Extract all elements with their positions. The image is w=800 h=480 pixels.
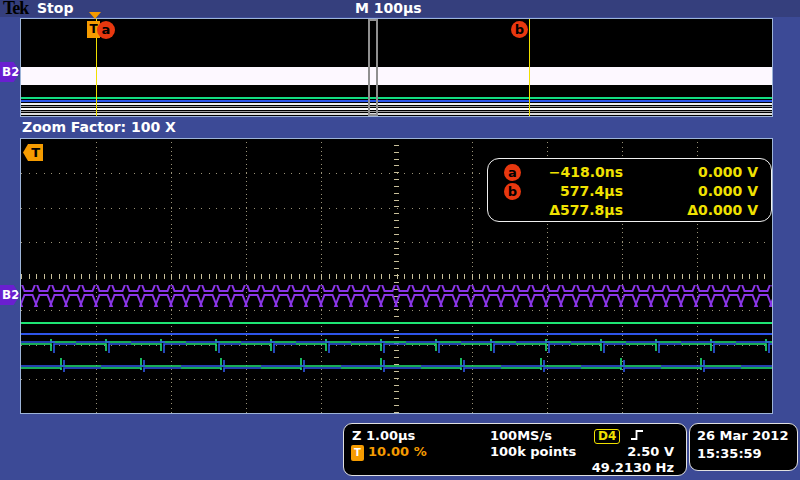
cursor-b-row: b 577.4µs 0.000 V	[488, 183, 771, 200]
sample-rate-readout: 100MS/s	[490, 428, 552, 444]
trigger-level-readout: 2.50 V	[627, 444, 674, 460]
cursor-a-voltage: 0.000 V	[638, 164, 758, 181]
overview-digital-trace	[21, 111, 772, 112]
cursor-readout-panel: a −418.0ns 0.000 V b 577.4µs 0.000 V Δ57…	[487, 158, 772, 222]
cursor-b-voltage: 0.000 V	[638, 183, 758, 200]
cursor-a-marker[interactable]: a	[97, 21, 115, 39]
trigger-position-readout: 10.00 %	[368, 444, 427, 460]
trigger-source-badge: D4	[594, 429, 620, 444]
tek-logo: Tek	[3, 0, 28, 19]
record-length-readout: 100k points	[490, 444, 576, 460]
overview-digital-trace	[21, 103, 772, 105]
cursor-delta-voltage: Δ0.000 V	[638, 202, 758, 219]
overview-digital-trace	[21, 113, 772, 115]
cursor-b-badge-icon: b	[504, 183, 521, 200]
zoom-factor-label: Zoom Factor: 100 X	[22, 119, 176, 135]
bus-b2-label-main[interactable]: B2	[0, 285, 20, 305]
datetime-panel: 26 Mar 2012 15:35:59	[689, 423, 798, 471]
time-readout: 15:35:59	[697, 446, 762, 462]
status-panel: Z 1.00µs 100MS/s D4 T 10.00 % 100k point…	[343, 423, 687, 476]
timebase-readout: M 100µs	[355, 0, 422, 16]
overview-digital-trace	[21, 106, 772, 107]
trace-blue-square-slow	[21, 360, 772, 372]
cursor-a-badge-icon: a	[504, 164, 521, 181]
bus-b2-label-overview[interactable]: B2	[0, 62, 20, 82]
cursor-a-row: a −418.0ns 0.000 V	[488, 164, 771, 181]
cursor-a-time: −418.0ns	[528, 164, 623, 181]
bus-b2-waveform	[21, 285, 772, 307]
cursor-b-marker[interactable]: b	[511, 21, 528, 38]
cursor-delta-row: Δ577.8µs Δ0.000 V	[488, 202, 771, 219]
cursor-b-time: 577.4µs	[528, 183, 623, 200]
date-readout: 26 Mar 2012	[697, 428, 788, 444]
trigger-frequency-readout: 49.2130 Hz	[592, 460, 674, 476]
zoom-window-indicator[interactable]	[368, 19, 378, 116]
trigger-t-icon: T	[351, 445, 364, 461]
overview-analog-trace-green	[21, 97, 772, 99]
trigger-position-caret-icon	[89, 12, 101, 19]
cursor-b-line[interactable]	[529, 19, 530, 116]
top-status-bar: Tek Stop M 100µs	[0, 0, 800, 17]
zoom-scale-readout: Z 1.00µs	[352, 428, 415, 444]
trace-blue-square-fast	[21, 341, 772, 353]
acquisition-status: Stop	[37, 0, 73, 16]
overview-analog-trace-blue	[21, 100, 772, 102]
cursor-delta-time: Δ577.8µs	[528, 202, 623, 219]
rising-edge-icon	[630, 428, 644, 444]
oscilloscope-screen: Tek Stop M 100µs B2 T a b Zoom Factor: 1…	[0, 0, 800, 480]
overview-digital-trace	[21, 108, 772, 110]
overview-bus-band	[21, 67, 772, 85]
overview-waveform-window	[20, 18, 773, 117]
